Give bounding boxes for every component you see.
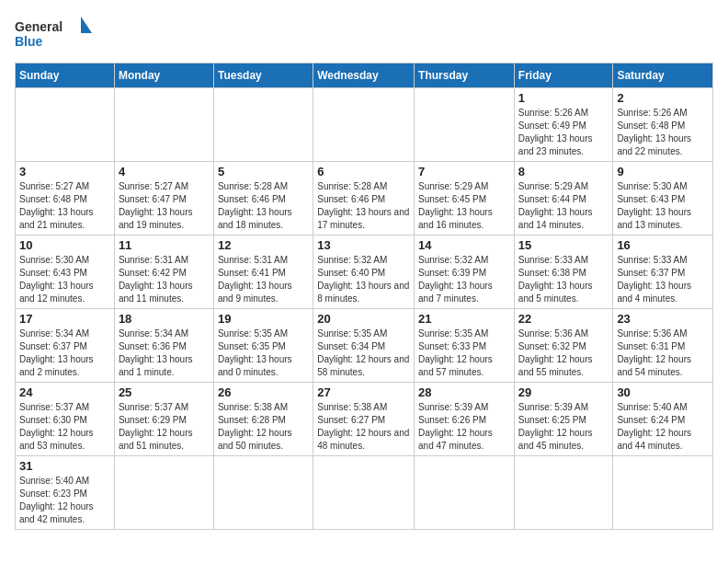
col-header-wednesday: Wednesday (313, 63, 415, 88)
day-number: 24 (19, 385, 110, 399)
calendar-cell (613, 456, 713, 530)
col-header-saturday: Saturday (613, 63, 713, 88)
day-info: Sunrise: 5:40 AM Sunset: 6:23 PM Dayligh… (19, 475, 110, 526)
day-number: 15 (518, 238, 609, 252)
calendar-cell: 22Sunrise: 5:36 AM Sunset: 6:32 PM Dayli… (514, 309, 613, 383)
day-number: 29 (518, 385, 609, 399)
day-info: Sunrise: 5:40 AM Sunset: 6:24 PM Dayligh… (617, 401, 709, 453)
day-info: Sunrise: 5:27 AM Sunset: 6:48 PM Dayligh… (19, 180, 110, 232)
day-number: 21 (418, 312, 510, 326)
col-header-friday: Friday (514, 63, 613, 88)
calendar-cell: 30Sunrise: 5:40 AM Sunset: 6:24 PM Dayli… (613, 383, 713, 456)
day-info: Sunrise: 5:32 AM Sunset: 6:39 PM Dayligh… (418, 254, 510, 305)
day-info: Sunrise: 5:35 AM Sunset: 6:34 PM Dayligh… (317, 327, 410, 379)
col-header-thursday: Thursday (415, 63, 515, 88)
day-info: Sunrise: 5:36 AM Sunset: 6:32 PM Dayligh… (518, 327, 609, 379)
calendar-cell: 23Sunrise: 5:36 AM Sunset: 6:31 PM Dayli… (613, 309, 713, 383)
calendar-cell: 28Sunrise: 5:39 AM Sunset: 6:26 PM Dayli… (415, 383, 515, 456)
svg-text:Blue: Blue (15, 34, 43, 49)
calendar-cell: 29Sunrise: 5:39 AM Sunset: 6:25 PM Dayli… (514, 383, 613, 456)
col-header-tuesday: Tuesday (213, 63, 313, 88)
calendar-cell: 24Sunrise: 5:37 AM Sunset: 6:30 PM Dayli… (16, 383, 115, 456)
day-number: 25 (119, 385, 210, 399)
day-number: 6 (317, 165, 410, 178)
day-info: Sunrise: 5:31 AM Sunset: 6:41 PM Dayligh… (218, 254, 309, 305)
col-header-sunday: Sunday (16, 63, 115, 88)
calendar-cell: 9Sunrise: 5:30 AM Sunset: 6:43 PM Daylig… (613, 162, 713, 236)
calendar-cell: 10Sunrise: 5:30 AM Sunset: 6:43 PM Dayli… (16, 236, 115, 309)
calendar-cell (213, 88, 313, 162)
day-number: 9 (617, 165, 709, 178)
calendar-cell: 21Sunrise: 5:35 AM Sunset: 6:33 PM Dayli… (415, 309, 515, 383)
day-info: Sunrise: 5:39 AM Sunset: 6:25 PM Dayligh… (518, 401, 609, 453)
calendar-cell: 1Sunrise: 5:26 AM Sunset: 6:49 PM Daylig… (514, 88, 613, 162)
calendar-table: SundayMondayTuesdayWednesdayThursdayFrid… (15, 63, 713, 530)
calendar-cell (313, 456, 415, 530)
day-info: Sunrise: 5:38 AM Sunset: 6:27 PM Dayligh… (317, 401, 410, 453)
calendar-cell: 25Sunrise: 5:37 AM Sunset: 6:29 PM Dayli… (114, 383, 213, 456)
day-number: 5 (218, 165, 309, 178)
calendar-cell: 12Sunrise: 5:31 AM Sunset: 6:41 PM Dayli… (213, 236, 313, 309)
calendar-cell (213, 456, 313, 530)
day-info: Sunrise: 5:33 AM Sunset: 6:37 PM Dayligh… (617, 254, 709, 305)
calendar-cell: 7Sunrise: 5:29 AM Sunset: 6:45 PM Daylig… (415, 162, 515, 236)
day-number: 4 (119, 165, 210, 178)
calendar-cell: 5Sunrise: 5:28 AM Sunset: 6:46 PM Daylig… (213, 162, 313, 236)
day-number: 14 (418, 238, 510, 252)
day-info: Sunrise: 5:30 AM Sunset: 6:43 PM Dayligh… (19, 254, 110, 305)
day-info: Sunrise: 5:30 AM Sunset: 6:43 PM Dayligh… (617, 180, 709, 232)
day-info: Sunrise: 5:37 AM Sunset: 6:29 PM Dayligh… (119, 401, 210, 453)
calendar-cell: 20Sunrise: 5:35 AM Sunset: 6:34 PM Dayli… (313, 309, 415, 383)
calendar-cell: 8Sunrise: 5:29 AM Sunset: 6:44 PM Daylig… (514, 162, 613, 236)
day-info: Sunrise: 5:26 AM Sunset: 6:48 PM Dayligh… (617, 107, 709, 158)
day-info: Sunrise: 5:37 AM Sunset: 6:30 PM Dayligh… (19, 401, 110, 453)
calendar-cell: 4Sunrise: 5:27 AM Sunset: 6:47 PM Daylig… (114, 162, 213, 236)
svg-marker-2 (81, 17, 92, 33)
day-number: 3 (19, 165, 110, 178)
day-number: 28 (418, 385, 510, 399)
day-info: Sunrise: 5:34 AM Sunset: 6:36 PM Dayligh… (119, 327, 210, 379)
calendar-cell: 27Sunrise: 5:38 AM Sunset: 6:27 PM Dayli… (313, 383, 415, 456)
day-info: Sunrise: 5:28 AM Sunset: 6:46 PM Dayligh… (317, 180, 410, 232)
day-info: Sunrise: 5:26 AM Sunset: 6:49 PM Dayligh… (518, 107, 609, 158)
day-info: Sunrise: 5:31 AM Sunset: 6:42 PM Dayligh… (119, 254, 210, 305)
day-number: 27 (317, 385, 410, 399)
day-info: Sunrise: 5:38 AM Sunset: 6:28 PM Dayligh… (218, 401, 309, 453)
day-info: Sunrise: 5:34 AM Sunset: 6:37 PM Dayligh… (19, 327, 110, 379)
calendar-cell: 2Sunrise: 5:26 AM Sunset: 6:48 PM Daylig… (613, 88, 713, 162)
day-info: Sunrise: 5:36 AM Sunset: 6:31 PM Dayligh… (617, 327, 709, 379)
day-number: 2 (617, 91, 709, 105)
day-info: Sunrise: 5:33 AM Sunset: 6:38 PM Dayligh… (518, 254, 609, 305)
calendar-cell (415, 88, 515, 162)
day-number: 10 (19, 238, 110, 252)
day-info: Sunrise: 5:28 AM Sunset: 6:46 PM Dayligh… (218, 180, 309, 232)
calendar-cell: 11Sunrise: 5:31 AM Sunset: 6:42 PM Dayli… (114, 236, 213, 309)
logo-svg: General Blue (15, 15, 97, 52)
day-number: 17 (19, 312, 110, 326)
calendar-cell: 3Sunrise: 5:27 AM Sunset: 6:48 PM Daylig… (16, 162, 115, 236)
calendar-cell: 15Sunrise: 5:33 AM Sunset: 6:38 PM Dayli… (514, 236, 613, 309)
calendar-cell (313, 88, 415, 162)
calendar-cell: 13Sunrise: 5:32 AM Sunset: 6:40 PM Dayli… (313, 236, 415, 309)
day-info: Sunrise: 5:32 AM Sunset: 6:40 PM Dayligh… (317, 254, 410, 305)
day-number: 23 (617, 312, 709, 326)
day-info: Sunrise: 5:27 AM Sunset: 6:47 PM Dayligh… (119, 180, 210, 232)
calendar-cell: 26Sunrise: 5:38 AM Sunset: 6:28 PM Dayli… (213, 383, 313, 456)
calendar-cell: 18Sunrise: 5:34 AM Sunset: 6:36 PM Dayli… (114, 309, 213, 383)
day-number: 18 (119, 312, 210, 326)
day-info: Sunrise: 5:39 AM Sunset: 6:26 PM Dayligh… (418, 401, 510, 453)
day-info: Sunrise: 5:29 AM Sunset: 6:45 PM Dayligh… (418, 180, 510, 232)
calendar-cell (114, 456, 213, 530)
col-header-monday: Monday (114, 63, 213, 88)
calendar-cell: 31Sunrise: 5:40 AM Sunset: 6:23 PM Dayli… (16, 456, 115, 530)
day-number: 7 (418, 165, 510, 178)
day-number: 20 (317, 312, 410, 326)
day-number: 26 (218, 385, 309, 399)
logo: General Blue (15, 15, 97, 52)
day-number: 30 (617, 385, 709, 399)
day-number: 13 (317, 238, 410, 252)
calendar-cell: 16Sunrise: 5:33 AM Sunset: 6:37 PM Dayli… (613, 236, 713, 309)
calendar-cell: 14Sunrise: 5:32 AM Sunset: 6:39 PM Dayli… (415, 236, 515, 309)
day-number: 19 (218, 312, 309, 326)
day-number: 8 (518, 165, 609, 178)
